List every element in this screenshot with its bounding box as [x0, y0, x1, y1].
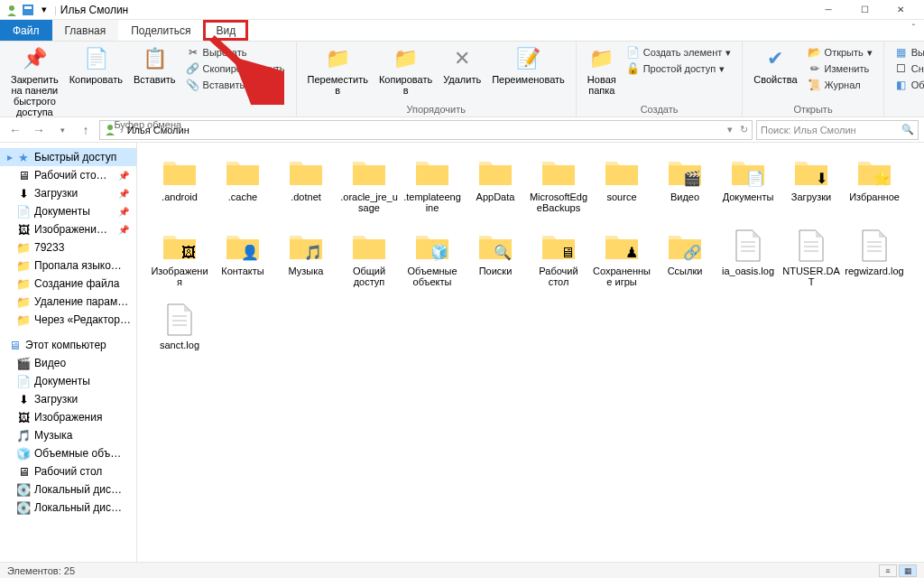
sidebar-item[interactable]: 📁Через «Редактор…	[0, 311, 136, 329]
svg-rect-2	[24, 6, 32, 9]
ribbon-tabs: Файл Главная Поделиться Вид ˆ	[0, 20, 924, 42]
easyaccess-button[interactable]: 🔓Простой доступ ▾	[625, 61, 734, 76]
sidebar-item[interactable]: 🖥Рабочий сто…📌	[0, 166, 136, 184]
svg-rect-1	[23, 5, 33, 15]
selectall-button[interactable]: ▦Выделить все	[893, 45, 924, 60]
sidebar-this-pc[interactable]: 🖥Этот компьютер	[0, 336, 136, 354]
file-item[interactable]: 🖼Изображения	[148, 226, 211, 300]
sidebar-item[interactable]: 🖥Рабочий стол	[0, 462, 136, 480]
tab-view[interactable]: Вид	[203, 20, 248, 41]
sidebar-quick-access[interactable]: ▸★Быстрый доступ	[0, 148, 136, 166]
status-bar: Элементов: 25 ≡ ▦	[0, 562, 924, 578]
file-item[interactable]: 📄Документы	[716, 152, 780, 226]
file-item[interactable]: 🔗Ссылки	[653, 226, 716, 300]
selectnone-button[interactable]: ☐Снять выделение	[893, 61, 924, 76]
file-item[interactable]: ♟Сохраненные игры	[590, 226, 653, 300]
window-title: Илья Смолин	[60, 4, 128, 16]
sidebar-item[interactable]: 📁Пропала языко…	[0, 256, 136, 275]
tab-file[interactable]: Файл	[0, 20, 52, 41]
address-box[interactable]: › Илья Смолин ▾ ↻	[99, 120, 753, 140]
titlebar: ▾ | Илья Смолин ─ ☐ ✕	[0, 0, 924, 20]
file-item[interactable]: .android	[148, 152, 211, 226]
file-item[interactable]: ⭐Избранное	[843, 152, 906, 226]
cut-button[interactable]: ✂Вырезать	[185, 45, 287, 60]
sidebar-item[interactable]: 💽Локальный дис…	[0, 480, 136, 499]
pin-button[interactable]: 📌Закрепить на панели быстрого доступа	[5, 43, 64, 119]
file-item[interactable]: sanct.log	[148, 300, 211, 374]
minimize-button[interactable]: ─	[810, 0, 846, 20]
user-icon	[5, 4, 18, 16]
file-item[interactable]: 🎵Музыка	[274, 226, 337, 300]
svg-point-0	[9, 5, 14, 11]
file-item[interactable]: Общий доступ	[337, 226, 401, 300]
nav-forward-button[interactable]: →	[29, 120, 49, 140]
invert-button[interactable]: ◧Обратить выделение	[893, 78, 924, 92]
properties-button[interactable]: ✔Свойства	[748, 43, 802, 87]
file-item[interactable]: 👤Контакты	[211, 226, 274, 300]
delete-button[interactable]: ✕Удалить	[438, 43, 486, 87]
file-item[interactable]: 🧊Объемные объекты	[401, 226, 464, 300]
tab-share[interactable]: Поделиться	[118, 20, 203, 41]
sidebar-item[interactable]: 🎵Музыка	[0, 426, 136, 444]
file-item[interactable]: ⬇Загрузки	[780, 152, 843, 226]
sidebar: ▸★Быстрый доступ 🖥Рабочий сто…📌⬇Загрузки…	[0, 143, 137, 562]
search-input[interactable]: Поиск: Илья Смолин 🔍	[756, 120, 919, 140]
file-item[interactable]: source	[590, 152, 653, 226]
nav-recent-button[interactable]: ▾	[52, 120, 72, 140]
file-item[interactable]: MicrosoftEdgeBackups	[527, 152, 590, 226]
newitem-button[interactable]: 📄Создать элемент ▾	[625, 45, 734, 60]
file-item[interactable]: 🔍Поиски	[464, 226, 527, 300]
sidebar-item[interactable]: ⬇Загрузки	[0, 390, 136, 408]
rename-button[interactable]: 📝Переименовать	[486, 43, 570, 87]
view-icons-button[interactable]: ▦	[899, 564, 917, 577]
maximize-button[interactable]: ☐	[846, 0, 882, 20]
qat-save-icon[interactable]	[22, 4, 34, 16]
file-item[interactable]: AppData	[464, 152, 527, 226]
nav-back-button[interactable]: ←	[5, 120, 25, 140]
tab-home[interactable]: Главная	[52, 20, 119, 41]
breadcrumb[interactable]: Илья Смолин	[127, 125, 189, 135]
file-item[interactable]: .oracle_jre_usage	[337, 152, 401, 226]
history-button[interactable]: 📜Журнал	[807, 78, 874, 92]
sidebar-item[interactable]: 💽Локальный дис…	[0, 499, 136, 517]
file-item[interactable]: .cache	[211, 152, 274, 226]
file-pane[interactable]: .android.cache.dotnet.oracle_jre_usage.t…	[137, 143, 924, 562]
sidebar-item[interactable]: 🧊Объемные объ…	[0, 444, 136, 462]
refresh-icon[interactable]: ↻	[740, 124, 748, 135]
copypath-button[interactable]: 🔗Скопировать путь	[185, 61, 287, 76]
view-details-button[interactable]: ≡	[879, 564, 897, 577]
file-item[interactable]: NTUSER.DAT	[780, 226, 843, 300]
sidebar-item[interactable]: ⬇Загрузки📌	[0, 184, 136, 202]
sidebar-item[interactable]: 🎬Видео	[0, 354, 136, 372]
file-item[interactable]: 🎬Видео	[653, 152, 716, 226]
edit-button[interactable]: ✏Изменить	[807, 61, 874, 76]
user-icon	[104, 123, 116, 137]
ribbon-collapse-icon[interactable]: ˆ	[903, 20, 924, 41]
search-icon: 🔍	[901, 124, 914, 135]
nav-up-button[interactable]: ↑	[76, 120, 96, 140]
sidebar-item[interactable]: 📄Документы📌	[0, 202, 136, 220]
file-item[interactable]: .dotnet	[274, 152, 337, 226]
file-item[interactable]: ia_oasis.log	[716, 226, 780, 300]
copyto-button[interactable]: 📁Копировать в	[374, 43, 438, 98]
moveto-button[interactable]: 📁Переместить в	[302, 43, 374, 98]
address-bar: ← → ▾ ↑ › Илья Смолин ▾ ↻ Поиск: Илья См…	[0, 117, 924, 143]
sidebar-item[interactable]: 📁79233	[0, 238, 136, 256]
sidebar-item[interactable]: 🖼Изображени…📌	[0, 220, 136, 238]
paste-button[interactable]: 📋Вставить	[128, 43, 181, 87]
sidebar-item[interactable]: 📁Создание файла	[0, 275, 136, 293]
qat-dropdown-icon[interactable]: ▾	[38, 4, 51, 16]
ribbon: 📌Закрепить на панели быстрого доступа 📄К…	[0, 42, 924, 117]
pasteshortcut-button[interactable]: 📎Вставить ярлык	[185, 78, 287, 92]
close-button[interactable]: ✕	[882, 0, 919, 20]
sidebar-item[interactable]: 🖼Изображения	[0, 408, 136, 426]
sidebar-item[interactable]: 📁Удаление парам…	[0, 293, 136, 311]
copy-button[interactable]: 📄Копировать	[64, 43, 128, 87]
item-count: Элементов: 25	[7, 565, 75, 576]
file-item[interactable]: 🖥Рабочий стол	[527, 226, 590, 300]
newfolder-button[interactable]: 📁Новая папка	[582, 43, 622, 98]
file-item[interactable]: regwizard.log	[843, 226, 906, 300]
open-button[interactable]: 📂Открыть ▾	[807, 45, 874, 60]
sidebar-item[interactable]: 📄Документы	[0, 372, 136, 390]
file-item[interactable]: .templateengine	[401, 152, 464, 226]
